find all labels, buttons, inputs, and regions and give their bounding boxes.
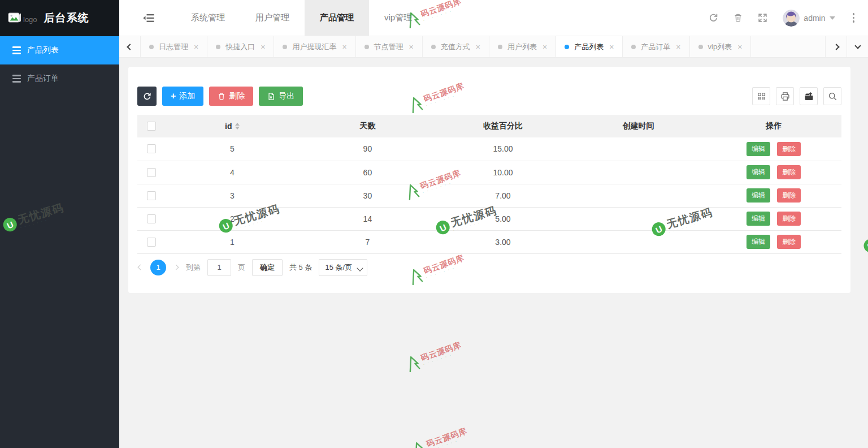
prev-page-button[interactable] <box>137 264 144 270</box>
tabs-scroll-right-button[interactable] <box>825 36 847 57</box>
cell-created <box>571 161 706 184</box>
row-checkbox[interactable] <box>147 191 156 200</box>
more-options-icon[interactable] <box>850 13 857 23</box>
top-menu-item[interactable]: 产品管理 <box>305 0 369 36</box>
top-menu-item[interactable]: 用户管理 <box>240 0 305 36</box>
row-delete-button[interactable]: 删除 <box>777 142 801 156</box>
add-button[interactable]: + 添加 <box>162 87 203 106</box>
tab-item[interactable]: 产品列表 × <box>556 36 623 57</box>
column-header-actions: 操作 <box>706 115 841 137</box>
broken-image-icon <box>8 12 21 24</box>
row-checkbox[interactable] <box>147 214 156 223</box>
edit-button[interactable]: 编辑 <box>747 235 770 249</box>
sidebar-collapse-icon[interactable] <box>132 0 166 36</box>
edit-button[interactable]: 编辑 <box>747 212 770 226</box>
sidebar-item-label: 产品列表 <box>27 45 59 55</box>
tab-close-icon[interactable]: × <box>194 42 198 51</box>
refresh-table-button[interactable] <box>137 87 157 106</box>
search-icon <box>828 92 837 101</box>
tab-close-icon[interactable]: × <box>342 42 346 51</box>
export-button[interactable]: 导出 <box>259 87 303 106</box>
tab-item[interactable]: 用户提现汇率 × <box>274 36 355 57</box>
tab-close-icon[interactable]: × <box>261 42 265 51</box>
sidebar-item[interactable]: 产品列表 <box>0 36 119 64</box>
goto-prefix-label: 到第 <box>186 262 201 273</box>
tab-item[interactable]: 日志管理 × <box>141 36 207 57</box>
tab-status-dot <box>149 45 154 49</box>
printer-icon <box>780 92 790 101</box>
cell-percent: 3.00 <box>435 230 571 253</box>
row-checkbox[interactable] <box>147 168 156 177</box>
tab-item[interactable]: vip列表 × <box>690 36 752 57</box>
columns-filter-button[interactable] <box>752 87 770 105</box>
delete-button[interactable]: 删除 <box>209 87 253 106</box>
page-size-select[interactable]: 15 条/页 <box>319 259 367 276</box>
sidebar-item[interactable]: 产品订单 <box>0 64 119 93</box>
cell-actions: 编辑 删除 <box>706 161 841 184</box>
tab-item[interactable]: 产品订单 × <box>623 36 689 57</box>
search-button[interactable] <box>823 87 841 105</box>
row-delete-button[interactable]: 删除 <box>777 235 801 249</box>
confirm-page-button[interactable]: 确定 <box>252 259 283 276</box>
tab-close-icon[interactable]: × <box>609 42 614 51</box>
next-page-button[interactable] <box>173 264 179 270</box>
table-row: 3 30 7.00 编辑 删除 <box>137 184 841 207</box>
tab-item[interactable]: 快捷入口 × <box>207 36 274 57</box>
cell-id: 5 <box>164 137 300 161</box>
edit-button[interactable]: 编辑 <box>747 142 770 156</box>
tab-status-dot <box>216 45 220 49</box>
edit-button[interactable]: 编辑 <box>747 165 770 179</box>
top-menu-item-label: 用户管理 <box>255 12 289 23</box>
logo-bar: logo 后台系统 <box>0 0 119 36</box>
row-checkbox[interactable] <box>147 238 156 247</box>
fullscreen-icon[interactable] <box>758 13 767 23</box>
folder-export-icon <box>804 92 814 101</box>
cell-actions: 编辑 删除 <box>706 207 841 230</box>
export-data-button[interactable] <box>800 87 818 105</box>
tab-close-icon[interactable]: × <box>409 42 414 51</box>
tab-label: 用户列表 <box>507 42 537 52</box>
refresh-icon[interactable] <box>709 13 718 23</box>
logo-alt-text: logo <box>23 15 37 24</box>
sort-icon[interactable] <box>235 123 240 130</box>
sidebar: logo 后台系统 产品列表 产品订单 <box>0 0 119 448</box>
row-delete-button[interactable]: 删除 <box>777 188 801 203</box>
tab-item[interactable]: 用户列表 × <box>489 36 556 57</box>
file-export-icon <box>267 92 275 101</box>
trash-icon[interactable] <box>734 13 743 23</box>
row-checkbox[interactable] <box>147 144 156 153</box>
data-table: id 天数 收益百分比 创建时间 操作 <box>137 115 841 254</box>
tab-item[interactable]: 充值方式 × <box>423 36 489 57</box>
avatar <box>783 10 800 27</box>
cell-percent: 7.00 <box>435 184 571 207</box>
tabs-menu-button[interactable] <box>847 36 868 57</box>
row-delete-button[interactable]: 删除 <box>777 212 801 226</box>
top-menu-item[interactable]: 系统管理 <box>176 0 240 36</box>
print-button[interactable] <box>776 87 794 105</box>
tab-item[interactable]: 节点管理 × <box>356 36 423 57</box>
tab-close-icon[interactable]: × <box>476 42 480 51</box>
tab-label: 节点管理 <box>374 42 403 52</box>
row-delete-button[interactable]: 删除 <box>777 165 801 179</box>
tab-label: 产品列表 <box>574 42 604 52</box>
edit-button[interactable]: 编辑 <box>747 188 770 203</box>
column-header-id[interactable]: id <box>164 115 300 137</box>
tab-close-icon[interactable]: × <box>737 42 742 51</box>
topbar-right: admin <box>709 0 868 36</box>
goto-page-input[interactable] <box>207 259 231 276</box>
cell-id: 2 <box>164 207 300 230</box>
tab-close-icon[interactable]: × <box>542 42 547 51</box>
select-all-checkbox[interactable] <box>147 122 156 131</box>
user-menu[interactable]: admin <box>783 10 835 27</box>
cell-id: 1 <box>164 230 300 253</box>
tab-status-dot <box>698 45 703 49</box>
page-number-current[interactable]: 1 <box>150 260 166 275</box>
top-menu-item[interactable]: vip管理 <box>369 0 427 36</box>
top-menu: 系统管理 用户管理 产品管理 vip管理 <box>176 0 427 36</box>
cell-days: 7 <box>300 230 436 253</box>
tabs-scroll-left-button[interactable] <box>119 36 141 57</box>
app-title: 后台系统 <box>44 11 89 25</box>
goto-suffix-label: 页 <box>238 262 245 273</box>
tab-close-icon[interactable]: × <box>676 42 680 51</box>
cell-days: 30 <box>300 184 436 207</box>
